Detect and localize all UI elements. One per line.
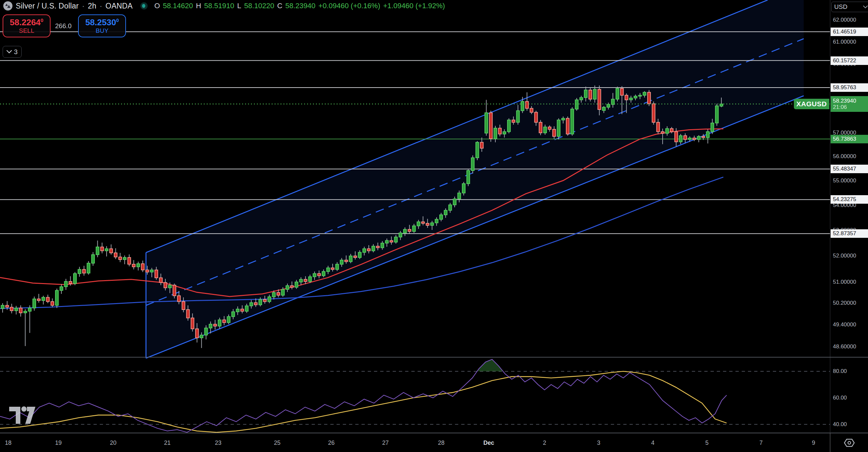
trade-panel: 58.22640 SELL 266.0 58.25300 BUY xyxy=(3,14,126,37)
exchange-label: OANDA xyxy=(105,2,133,10)
rsi-signal-line xyxy=(0,371,726,432)
currency-selector[interactable]: USD xyxy=(831,2,868,12)
time-axis-label: 4 xyxy=(651,439,654,446)
channel-fill xyxy=(146,0,804,358)
indicator-tick: 60.00 xyxy=(833,395,847,401)
price-level-label[interactable]: 58.95763 xyxy=(831,83,868,92)
title-separator: · xyxy=(82,2,85,10)
current-price-label[interactable]: 58.2394021:06 xyxy=(831,96,868,112)
rsi-overbought-fill xyxy=(477,359,503,371)
price-tick: 49.40000 xyxy=(833,321,856,328)
symbol-logo-icon[interactable] xyxy=(3,1,12,10)
time-axis-label: 18 xyxy=(5,439,11,446)
price-axis[interactable]: 62.0000061.0000060.0000057.0000056.00000… xyxy=(830,0,868,452)
sell-price: 58.22640 xyxy=(10,18,43,27)
market-status-icon[interactable] xyxy=(141,2,148,9)
time-axis-label: 26 xyxy=(328,439,335,446)
indicators-collapse-button[interactable]: 3 xyxy=(3,46,22,58)
chart-canvas[interactable] xyxy=(0,0,868,452)
pane-separator[interactable] xyxy=(0,357,868,358)
time-axis-label: 23 xyxy=(215,439,221,446)
rsi-line xyxy=(0,359,726,432)
price-tick: 52.00000 xyxy=(833,253,856,259)
time-axis-label: 25 xyxy=(274,439,280,446)
green-level-label[interactable]: 56.73863 xyxy=(831,135,868,143)
time-axis-label: 27 xyxy=(382,439,389,446)
tradingview-logo[interactable] xyxy=(8,406,37,425)
ohlc-readout: O58.14620H58.51910L58.10220C58.23940+0.0… xyxy=(154,2,445,10)
price-tick: 56.00000 xyxy=(833,153,856,160)
interval-label[interactable]: 2h xyxy=(88,2,96,10)
indicator-tick: 80.00 xyxy=(833,368,847,375)
time-axis-label: 2 xyxy=(543,439,546,446)
price-level-label[interactable]: 55.48347 xyxy=(831,165,868,173)
price-tick: 62.00000 xyxy=(833,17,856,23)
price-tick: 61.00000 xyxy=(833,39,856,45)
buy-label: BUY xyxy=(96,28,108,34)
symbol-price-flag[interactable]: XAGUSD xyxy=(794,99,829,109)
chevron-down-icon xyxy=(863,6,868,8)
price-tick: 51.00000 xyxy=(833,279,856,285)
symbol-title[interactable]: Silver / U.S. Dollar xyxy=(16,2,79,10)
time-axis-label: 3 xyxy=(597,439,600,446)
hexagon-settings-icon xyxy=(844,438,855,448)
time-axis-label: 9 xyxy=(812,439,815,446)
price-tick: 50.20000 xyxy=(833,300,856,306)
chart-header: Silver / U.S. Dollar · 2h · OANDA O58.14… xyxy=(3,1,445,10)
time-axis[interactable]: 181920212325262728Dec234579 xyxy=(0,433,830,452)
axis-separator xyxy=(0,433,868,433)
time-axis-label: 28 xyxy=(438,439,444,446)
buy-price: 58.25300 xyxy=(85,18,119,27)
time-axis-label: 5 xyxy=(705,439,709,446)
price-level-label[interactable]: 60.15722 xyxy=(831,57,868,65)
axis-settings-corner[interactable] xyxy=(830,433,868,452)
time-axis-label: 21 xyxy=(164,439,170,446)
price-tick: 48.60000 xyxy=(833,344,856,350)
indicator-tick: 40.00 xyxy=(833,421,847,428)
chevron-down-icon xyxy=(6,50,12,54)
time-axis-label: 20 xyxy=(110,439,117,446)
price-level-label[interactable]: 52.87357 xyxy=(831,229,868,238)
trading-chart-app: Silver / U.S. Dollar · 2h · OANDA O58.14… xyxy=(0,0,868,452)
price-level-label[interactable]: 61.46519 xyxy=(831,28,868,36)
currency-value: USD xyxy=(834,3,847,10)
indicators-count: 3 xyxy=(14,48,18,56)
price-tick: 55.00000 xyxy=(833,177,856,184)
buy-button[interactable]: 58.25300 BUY xyxy=(78,14,126,37)
spread-value: 266.0 xyxy=(53,22,73,31)
title-separator: · xyxy=(100,2,102,10)
sell-button[interactable]: 58.22640 SELL xyxy=(3,14,51,37)
time-axis-label: 7 xyxy=(760,439,763,446)
time-axis-label: Dec xyxy=(483,439,494,446)
time-axis-label: 19 xyxy=(55,439,62,446)
price-level-label[interactable]: 54.23275 xyxy=(831,195,868,204)
sell-label: SELL xyxy=(19,28,34,34)
